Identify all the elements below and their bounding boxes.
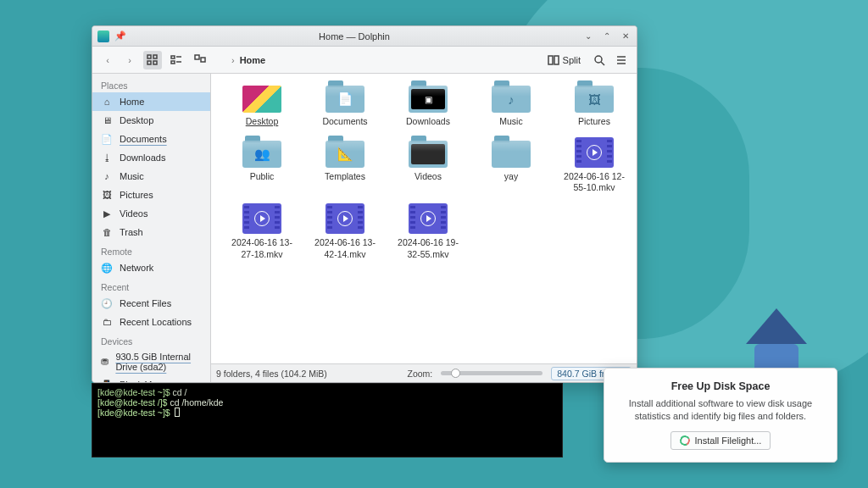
popup-body: Install additional software to view disk… [618,397,823,423]
item-label: Downloads [406,116,450,127]
install-filelight-button[interactable]: Install Filelight... [670,431,771,450]
svg-rect-3 [153,61,157,64]
network-icon: 🌐 [101,262,113,274]
terminal-cmd: cd /home/kde [170,397,223,408]
documents-icon: 📄 [101,133,113,145]
item-label: 2024-06-16 12-55-10.mkv [559,171,630,193]
close-button[interactable]: ✕ [620,30,632,42]
folder-icon: ♪ [492,82,531,113]
file-item[interactable]: 2024-06-16 19-32-55.mkv [392,203,464,259]
folder-item[interactable]: ▣Downloads [392,82,464,127]
svg-point-12 [595,56,602,63]
sidebar-item-label: Recent Locations [120,317,192,327]
sidebar-item-recent-locations[interactable]: 🗀Recent Locations [92,313,210,331]
folder-item[interactable]: 🖼Pictures [559,82,630,127]
sidebar-item-recent-files[interactable]: 🕘Recent Files [92,294,210,313]
view-compact-button[interactable] [167,51,186,69]
svg-rect-9 [201,58,205,62]
sidebar-item-music[interactable]: ♪Music [92,167,210,186]
folder-icon: ▣ [409,82,448,113]
folder-icon: 🖼 [575,82,614,113]
folder-item[interactable]: 📄Documents [309,82,381,127]
svg-rect-2 [147,61,151,64]
sidebar-item-pictures[interactable]: 🖼Pictures [92,186,210,204]
terminal-cursor [175,408,180,417]
folder-item[interactable]: Videos [392,137,464,193]
file-grid[interactable]: Desktop📄Documents▣Downloads♪Music🖼Pictur… [211,74,637,363]
sidebar-item-downloads[interactable]: ⭳Downloads [92,148,210,167]
folder-item[interactable]: ♪Music [476,82,547,127]
breadcrumb-current[interactable]: Home [240,55,266,65]
menu-button[interactable] [613,52,630,69]
nav-forward-button[interactable]: › [121,52,138,69]
popup-title: Free Up Disk Space [618,380,823,392]
sidebar-section: Remote [92,241,210,258]
folder-icon [409,137,448,168]
clock-file-icon: 🕘 [101,297,113,309]
sidebar-item-home[interactable]: ⌂Home [92,92,210,111]
sidebar-item-documents[interactable]: 📄Documents [92,130,210,148]
terminal-panel[interactable]: [kde@kde-test ~]$ cd /[kde@kde-test /]$ … [92,383,563,458]
pictures-icon: 🖼 [101,189,113,201]
item-label: Pictures [578,116,610,127]
folder-item[interactable]: 📐Templates [309,137,381,193]
trash-icon: 🗑 [101,226,113,238]
titlebar[interactable]: 📌 Home — Dolphin ⌄ ⌃ ✕ [92,26,637,47]
svg-rect-10 [548,56,553,64]
pin-icon[interactable]: 📌 [114,30,126,42]
item-label: Desktop [246,116,279,127]
video-file-icon [242,203,281,234]
folder-icon [492,137,531,168]
file-item[interactable]: 2024-06-16 12-55-10.mkv [559,137,630,193]
sidebar-item-label: 930.5 GiB Internal Drive (sda2) [115,352,202,372]
sidebar-item-pixel-4a[interactable]: 📱Pixel 4A [92,375,210,382]
sidebar-item-label: Pictures [120,190,153,200]
maximize-button[interactable]: ⌃ [601,30,613,42]
item-label: Music [499,116,522,127]
terminal-prompt: [kde@kde-test ~]$ [97,387,173,397]
terminal-cmd: cd / [173,387,187,397]
folder-icon: 📄 [326,82,364,113]
phone-icon: 📱 [101,379,113,382]
folder-icon: 📐 [326,137,364,168]
terminal-prompt: [kde@kde-test ~]$ [97,408,173,418]
sidebar-section: Devices [92,331,210,348]
minimize-button[interactable]: ⌄ [582,30,594,42]
sidebar-item-label: Documents [120,134,167,144]
zoom-label: Zoom: [408,369,433,379]
svg-rect-4 [171,56,175,58]
sidebar-item-network[interactable]: 🌐Network [92,258,210,277]
view-icons-button[interactable] [143,51,162,69]
popup-action-label: Install Filelight... [695,435,762,446]
sidebar-item-label: Desktop [120,115,153,125]
sidebar-item-desktop[interactable]: 🖥Desktop [92,111,210,130]
window-title: Home — Dolphin [126,31,582,42]
split-button[interactable]: Split [542,52,586,69]
file-item[interactable]: 2024-06-16 13-27-18.mkv [226,203,298,259]
folder-item[interactable]: yay [476,137,547,193]
breadcrumb[interactable]: › Home [231,55,265,65]
search-button[interactable] [591,52,608,69]
sidebar-section: Recent [92,277,210,294]
sidebar-item-trash[interactable]: 🗑Trash [92,223,210,241]
folder-item[interactable]: 👥Public [226,137,298,193]
videos-icon: ▶ [101,208,113,219]
app-icon [97,30,109,42]
sidebar-item-930-5-gib-internal-drive-sda2-[interactable]: ⛃930.5 GiB Internal Drive (sda2) [92,348,210,375]
svg-rect-1 [153,55,157,58]
nav-back-button[interactable]: ‹ [99,52,116,69]
view-details-button[interactable] [191,51,209,69]
video-file-icon [409,203,448,234]
video-file-icon [326,203,364,234]
terminal-prompt: [kde@kde-test /]$ [97,397,170,408]
folder-item[interactable]: Desktop [226,82,298,127]
terminal-line: [kde@kde-test ~]$ cd / [97,387,557,397]
svg-rect-8 [195,55,199,59]
zoom-slider[interactable] [441,371,542,375]
item-label: 2024-06-16 13-42-14.mkv [309,237,381,259]
places-sidebar[interactable]: Places⌂Home🖥Desktop📄Documents⭳Downloads♪… [92,74,211,382]
sidebar-item-label: Pixel 4A [120,380,153,382]
sidebar-item-label: Videos [120,208,147,219]
sidebar-item-videos[interactable]: ▶Videos [92,204,210,223]
file-item[interactable]: 2024-06-16 13-42-14.mkv [309,203,381,259]
